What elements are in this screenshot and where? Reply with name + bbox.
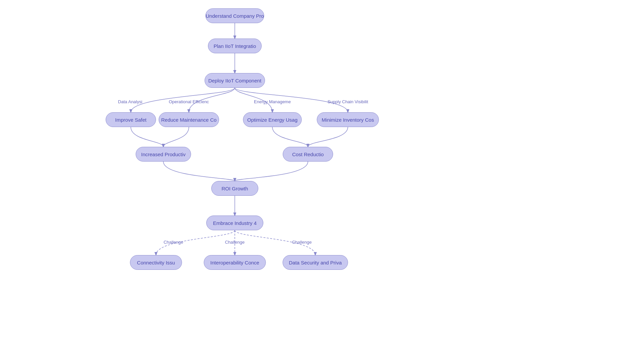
label-lbl_ch1: Challenge [164, 240, 183, 245]
node-connectivity[interactable]: Connectivity Issu [130, 255, 182, 270]
node-interop[interactable]: Interoperability Conce [204, 255, 266, 270]
node-improve[interactable]: Improve Safet [106, 112, 156, 127]
label-lbl_supply: Supply Chain Visibilit [327, 99, 368, 104]
label-lbl_ch2: Challenge [225, 240, 245, 245]
node-datasec[interactable]: Data Security and Priva [283, 255, 348, 270]
node-understand[interactable]: Understand Company Pro [206, 8, 264, 23]
connections-svg [0, 0, 644, 362]
node-embrace[interactable]: Embrace Industry 4 [206, 216, 263, 230]
diagram-container: Understand Company ProPlan IIoT Integrat… [0, 0, 644, 362]
node-deploy[interactable]: Deploy IIoT Component [205, 73, 265, 88]
node-roi[interactable]: ROI Growth [211, 181, 258, 196]
node-minimize[interactable]: Minimize Inventory Cos [317, 112, 379, 127]
label-lbl_ch3: Challenge [292, 240, 312, 245]
node-plan[interactable]: Plan IIoT Integratio [208, 39, 262, 53]
node-optimize[interactable]: Optimize Energy Usag [243, 112, 302, 127]
label-lbl_energy: Energy Manageme [254, 99, 291, 104]
label-lbl_oper: Operational Efficienc [169, 99, 209, 104]
node-cost[interactable]: Cost Reductio [283, 147, 333, 162]
node-reduce[interactable]: Reduce Maintenance Co [159, 112, 219, 127]
label-lbl_data: Data Analysi [118, 99, 142, 104]
node-increased[interactable]: Increased Productiv [136, 147, 191, 162]
